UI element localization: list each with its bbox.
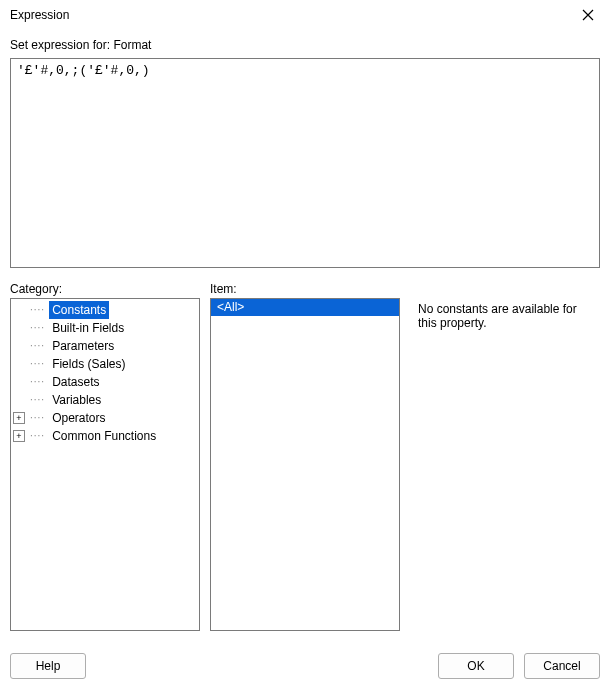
category-tree-label: Parameters	[49, 337, 117, 355]
category-tree-label: Variables	[49, 391, 104, 409]
help-button[interactable]: Help	[10, 653, 86, 679]
help-panel: No constants are available for this prop…	[410, 298, 600, 631]
tree-connector-icon: ····	[30, 427, 45, 445]
tree-indent	[13, 394, 25, 406]
dialog-title: Expression	[10, 8, 568, 22]
tree-connector-icon: ····	[30, 319, 45, 337]
tree-connector-icon: ····	[30, 337, 45, 355]
tree-connector-icon: ····	[30, 355, 45, 373]
close-icon	[582, 9, 594, 21]
tree-indent	[13, 340, 25, 352]
category-tree-item[interactable]: ····Fields (Sales)	[11, 355, 199, 373]
category-tree-item[interactable]: ····Datasets	[11, 373, 199, 391]
item-label: Item:	[210, 282, 400, 296]
tree-connector-icon: ····	[30, 409, 45, 427]
category-tree-item[interactable]: ····Constants	[11, 301, 199, 319]
tree-indent	[13, 322, 25, 334]
tree-connector-icon: ····	[30, 391, 45, 409]
dialog-footer: Help OK Cancel	[0, 641, 610, 691]
tree-indent	[13, 358, 25, 370]
category-tree-item[interactable]: +····Operators	[11, 409, 199, 427]
category-tree-label: Constants	[49, 301, 109, 319]
dialog-content: Set expression for: Format Category: Ite…	[0, 30, 610, 641]
category-tree-item[interactable]: ····Built-in Fields	[11, 319, 199, 337]
category-tree-label: Common Functions	[49, 427, 159, 445]
ok-button[interactable]: OK	[438, 653, 514, 679]
tree-indent	[13, 376, 25, 388]
item-list-item[interactable]: <All>	[211, 299, 399, 316]
tree-indent	[13, 304, 25, 316]
item-list: <All>	[211, 299, 399, 316]
panel-labels: Category: Item:	[10, 282, 600, 296]
category-tree-label: Fields (Sales)	[49, 355, 128, 373]
expression-dialog: Expression Set expression for: Format Ca…	[0, 0, 610, 691]
category-tree-item[interactable]: +····Common Functions	[11, 427, 199, 445]
category-tree-label: Operators	[49, 409, 108, 427]
subtitle-label: Set expression for: Format	[10, 38, 600, 52]
category-panel[interactable]: ····Constants····Built-in Fields····Para…	[10, 298, 200, 631]
category-tree-label: Datasets	[49, 373, 102, 391]
help-text: No constants are available for this prop…	[418, 302, 577, 330]
tree-connector-icon: ····	[30, 373, 45, 391]
category-tree-item[interactable]: ····Variables	[11, 391, 199, 409]
close-button[interactable]	[568, 1, 608, 29]
cancel-button[interactable]: Cancel	[524, 653, 600, 679]
category-label: Category:	[10, 282, 200, 296]
expression-input[interactable]	[10, 58, 600, 268]
item-panel[interactable]: <All>	[210, 298, 400, 631]
panels-row: ····Constants····Built-in Fields····Para…	[10, 298, 600, 631]
expand-icon[interactable]: +	[13, 430, 25, 442]
category-tree-item[interactable]: ····Parameters	[11, 337, 199, 355]
category-tree-label: Built-in Fields	[49, 319, 127, 337]
titlebar: Expression	[0, 0, 610, 30]
tree-connector-icon: ····	[30, 301, 45, 319]
category-tree: ····Constants····Built-in Fields····Para…	[11, 299, 199, 447]
expand-icon[interactable]: +	[13, 412, 25, 424]
